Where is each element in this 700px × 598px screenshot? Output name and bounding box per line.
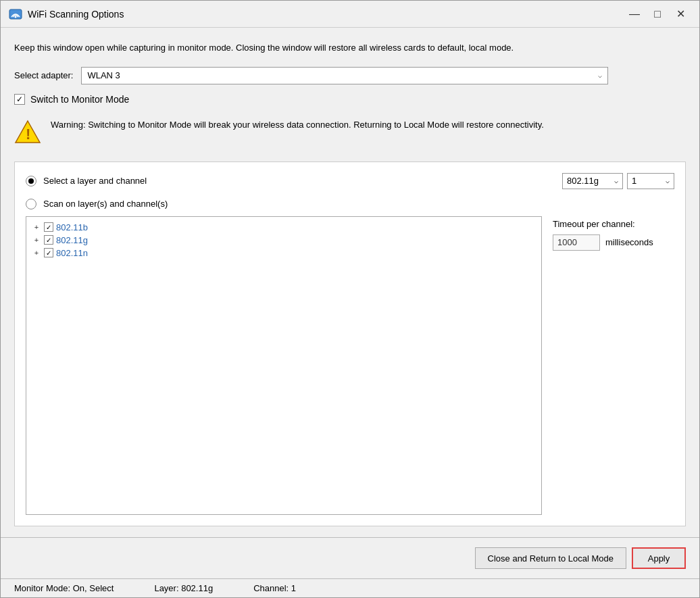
tree-label-80211n: 802.11n (56, 248, 88, 258)
svg-point-1 (15, 16, 17, 18)
timeout-row: milliseconds (553, 234, 674, 251)
svg-text:!: ! (26, 126, 30, 143)
warning-icon: ! (14, 118, 41, 145)
scan-row: Scan on layer(s) and channel(s) (26, 199, 674, 209)
layer-dropdown-arrow: ⌵ (614, 177, 618, 184)
radio-scan-label: Scan on layer(s) and channel(s) (43, 199, 674, 209)
close-local-button[interactable]: Close and Return to Local Mode (475, 547, 626, 569)
layer-dropdown[interactable]: 802.11g ⌵ (562, 173, 623, 189)
close-button[interactable]: ✕ (670, 5, 691, 24)
adapter-label: Select adapter: (14, 70, 73, 80)
status-monitor-mode: Monitor Mode: On, Select (14, 583, 114, 593)
info-text: Keep this window open while capturing in… (14, 41, 686, 55)
apply-button[interactable]: Apply (632, 547, 686, 569)
content-area: Keep this window open while capturing in… (1, 28, 699, 537)
window-title: WiFi Scanning Options (28, 9, 624, 20)
bottom-bar: Close and Return to Local Mode Apply (1, 537, 699, 578)
minimize-button[interactable]: — (624, 5, 645, 24)
main-window: WiFi Scanning Options — □ ✕ Keep this wi… (0, 0, 700, 598)
options-panel: Select a layer and channel 802.11g ⌵ 1 ⌵… (14, 161, 686, 527)
adapter-row: Select adapter: WLAN 3 ⌵ (14, 67, 686, 84)
app-icon (9, 7, 22, 21)
tree-label-80211g: 802.11g (56, 235, 88, 245)
warning-text: Warning: Switching to Monitor Mode will … (51, 118, 544, 132)
timeout-input[interactable] (553, 234, 600, 251)
timeout-label: Timeout per channel: (553, 219, 674, 229)
status-layer: Layer: 802.11g (154, 583, 213, 593)
tree-expand-80211n[interactable]: + (32, 249, 41, 257)
status-bar: Monitor Mode: On, Select Layer: 802.11g … (1, 578, 699, 597)
channel-value: 1 (632, 176, 636, 186)
title-bar: WiFi Scanning Options — □ ✕ (1, 1, 699, 28)
layer-channel-dropdowns: 802.11g ⌵ 1 ⌵ (562, 173, 674, 189)
layer-value: 802.11g (567, 176, 599, 186)
tree-item-80211g: + 802.11g (30, 234, 537, 247)
adapter-dropdown[interactable]: WLAN 3 ⌵ (81, 67, 608, 84)
monitor-mode-label: Switch to Monitor Mode (30, 94, 129, 105)
tree-expand-80211g[interactable]: + (32, 236, 41, 244)
timeout-group: Timeout per channel: milliseconds (553, 216, 674, 251)
tree-label-80211b: 802.11b (56, 222, 88, 232)
adapter-selected-value: WLAN 3 (87, 70, 120, 80)
tree-item-80211b: + 802.11b (30, 221, 537, 234)
timeout-unit: milliseconds (605, 237, 653, 247)
scan-content: + 802.11b + 802.11g + 802.11n (26, 216, 674, 516)
window-controls: — □ ✕ (624, 5, 691, 24)
maximize-button[interactable]: □ (647, 5, 668, 24)
tree-expand-80211b[interactable]: + (32, 223, 41, 231)
monitor-mode-checkbox[interactable] (14, 94, 25, 105)
tree-checkbox-80211b[interactable] (44, 222, 53, 232)
layer-tree-list: + 802.11b + 802.11g + 802.11n (26, 216, 542, 516)
status-channel: Channel: 1 (253, 583, 296, 593)
channel-dropdown[interactable]: 1 ⌵ (627, 173, 674, 189)
tree-checkbox-80211n[interactable] (44, 248, 53, 257)
tree-item-80211n: + 802.11n (30, 247, 537, 259)
adapter-dropdown-arrow: ⌵ (598, 72, 602, 79)
monitor-mode-row: Switch to Monitor Mode (14, 94, 686, 105)
radio-layer-channel-label: Select a layer and channel (43, 176, 555, 186)
warning-box: ! Warning: Switching to Monitor Mode wil… (14, 114, 686, 149)
tree-checkbox-80211g[interactable] (44, 235, 53, 245)
channel-dropdown-arrow: ⌵ (666, 177, 670, 184)
radio-scan[interactable] (26, 199, 36, 209)
layer-channel-row: Select a layer and channel 802.11g ⌵ 1 ⌵ (26, 173, 674, 189)
radio-layer-channel[interactable] (26, 176, 36, 186)
